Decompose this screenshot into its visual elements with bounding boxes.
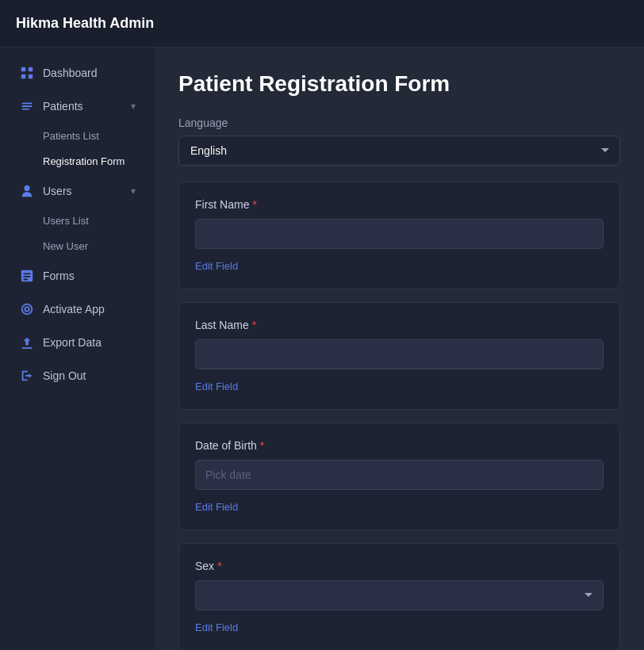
first-name-edit-button[interactable]: Edit Field	[195, 260, 238, 272]
sidebar-item-sign-out[interactable]: Sign Out	[6, 360, 148, 392]
users-chevron-icon: ▾	[131, 185, 136, 197]
first-name-input[interactable]	[195, 219, 604, 249]
first-name-field-card: First Name * Edit Field	[178, 182, 620, 289]
dashboard-icon	[19, 65, 35, 81]
app-title: Hikma Health Admin	[16, 15, 154, 32]
sidebar-item-patients-label: Patients	[43, 100, 83, 113]
last-name-field-card: Last Name * Edit Field	[178, 302, 620, 410]
last-name-input[interactable]	[195, 339, 604, 369]
dob-required: *	[260, 439, 264, 452]
first-name-required: *	[252, 198, 256, 211]
sidebar: Dashboard Patients ▾ Patients List Regis…	[0, 48, 155, 650]
last-name-label: Last Name *	[195, 319, 604, 331]
svg-rect-3	[29, 75, 33, 78]
patients-list-label: Patients List	[43, 130, 99, 142]
language-select[interactable]: English Arabic French Spanish	[178, 136, 620, 166]
dob-field-card: Date of Birth * Edit Field	[178, 422, 620, 530]
sidebar-item-patients[interactable]: Patients ▾	[6, 90, 148, 122]
patients-submenu: Patients List Registration Form	[0, 124, 155, 174]
sidebar-item-patients-list[interactable]: Patients List	[6, 124, 148, 148]
sidebar-item-new-user[interactable]: New User	[6, 234, 148, 258]
sex-required: *	[217, 560, 221, 572]
users-icon	[19, 183, 35, 199]
sidebar-item-activate-app[interactable]: Activate App	[6, 293, 148, 325]
export-icon	[19, 335, 35, 350]
sidebar-item-dashboard-label: Dashboard	[43, 67, 98, 79]
last-name-required: *	[252, 319, 256, 331]
layout: Dashboard Patients ▾ Patients List Regis…	[0, 48, 644, 650]
sex-field-card: Sex * Male Female Edit Field	[178, 543, 620, 650]
sidebar-item-users-list[interactable]: Users List	[6, 208, 148, 233]
new-user-label: New User	[43, 240, 88, 252]
page-title: Patient Registration Form	[178, 71, 620, 97]
sidebar-item-export-data[interactable]: Export Data	[6, 327, 148, 358]
main-content: Patient Registration Form Language Engli…	[155, 48, 644, 650]
signout-icon	[19, 368, 35, 384]
language-section: Language English Arabic French Spanish	[178, 117, 620, 166]
sidebar-item-users-label: Users	[43, 185, 72, 197]
dob-edit-button[interactable]: Edit Field	[195, 501, 238, 513]
dob-input[interactable]	[195, 460, 604, 490]
sex-label: Sex *	[195, 560, 604, 572]
sex-select[interactable]: Male Female	[195, 580, 604, 610]
top-nav: Hikma Health Admin	[0, 0, 644, 48]
language-label: Language	[178, 117, 620, 129]
sidebar-item-forms[interactable]: Forms	[6, 260, 148, 292]
sex-edit-button[interactable]: Edit Field	[195, 621, 238, 633]
sidebar-item-dashboard[interactable]: Dashboard	[6, 57, 148, 89]
users-submenu: Users List New User	[0, 208, 155, 258]
sidebar-item-activate-app-label: Activate App	[43, 303, 105, 315]
svg-rect-1	[29, 67, 33, 71]
last-name-edit-button[interactable]: Edit Field	[195, 380, 238, 392]
first-name-label: First Name *	[195, 198, 604, 211]
registration-form-label: Registration Form	[43, 155, 125, 167]
users-list-label: Users List	[43, 215, 89, 227]
svg-rect-0	[21, 67, 25, 71]
sidebar-item-registration-form[interactable]: Registration Form	[6, 149, 148, 174]
patients-icon	[19, 98, 35, 114]
sidebar-item-users[interactable]: Users ▾	[6, 175, 148, 207]
patients-chevron-icon: ▾	[131, 101, 136, 112]
sidebar-item-forms-label: Forms	[43, 270, 75, 282]
forms-icon	[19, 268, 35, 284]
sidebar-item-export-data-label: Export Data	[43, 336, 102, 349]
activate-icon	[19, 301, 35, 317]
sidebar-item-sign-out-label: Sign Out	[43, 369, 86, 382]
dob-label: Date of Birth *	[195, 439, 604, 452]
svg-rect-2	[21, 75, 25, 78]
